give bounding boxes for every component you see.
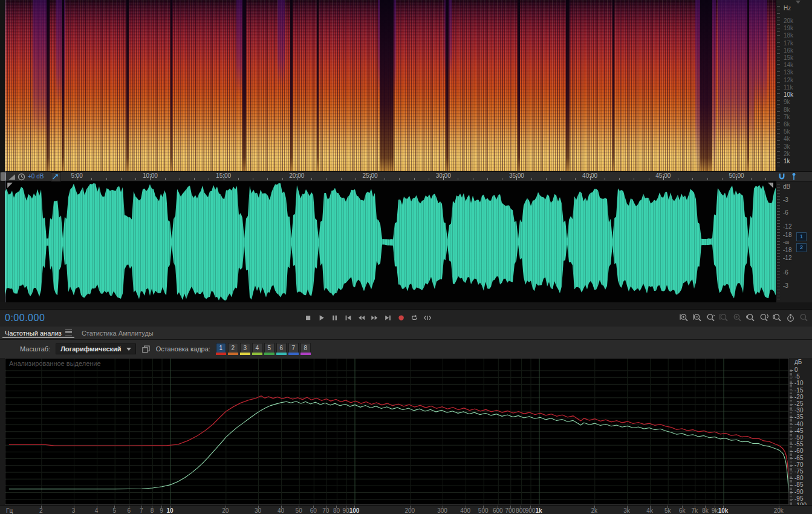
- channel-2-button[interactable]: 2: [796, 243, 807, 252]
- frequency-axis-label: 400: [460, 507, 470, 514]
- ruler-tick: [135, 178, 136, 180]
- ruler-tick: [194, 178, 195, 180]
- frequency-axis-label: 30: [255, 507, 261, 514]
- spectrogram-frequency-scale[interactable]: Hz 20k19k18k17k16k15k14k13k12k11k10k9k8k…: [776, 0, 812, 171]
- freeze-frame-button-7[interactable]: 7: [288, 343, 299, 355]
- spectrogram-silence-gap: [700, 0, 712, 171]
- freeze-button-color-bar: [240, 353, 250, 355]
- gain-readout[interactable]: +0 dB: [28, 173, 44, 180]
- time-display[interactable]: 0:00.000: [5, 313, 45, 324]
- db-axis: дБ 0-5-10-15-20-25-30-35-40-45-50-55-60-…: [790, 358, 812, 505]
- frequency-axis-label: 10k: [718, 507, 729, 514]
- spectrogram-silence-gap: [446, 0, 449, 171]
- ruler-time-label: 20:00: [289, 172, 304, 179]
- copy-graph-icon[interactable]: [141, 345, 151, 354]
- amplitude-scale-label: -3: [783, 283, 788, 289]
- frequency-analysis-plot[interactable]: Анализированное выделение: [5, 358, 789, 505]
- frequency-axis-label: 700: [505, 507, 515, 514]
- audition-editor-window: Hz 20k19k18k17k16k15k14k13k12k11k10k9k8k…: [0, 0, 812, 514]
- tab-frequency-analysis[interactable]: Частотный анализ: [0, 327, 77, 339]
- freeze-frame-button-1[interactable]: 1: [216, 343, 226, 355]
- db-axis-label: -25: [794, 401, 803, 407]
- loop-playback-button[interactable]: [409, 311, 420, 324]
- ruler-tick: [751, 178, 752, 180]
- marker-pin-icon[interactable]: [790, 172, 799, 181]
- ruler-tick: [165, 178, 166, 180]
- amplitude-scale-label: -3: [783, 197, 788, 203]
- skip-to-start-button[interactable]: [342, 311, 353, 324]
- red-curve: [9, 396, 789, 493]
- frequency-scale-label: 4k: [784, 135, 790, 142]
- scale-menu-arrow-icon[interactable]: [796, 1, 801, 4]
- ruler-tick: [678, 178, 678, 180]
- zoom-buttons: [678, 311, 809, 324]
- freeze-frame-button-3[interactable]: 3: [240, 343, 250, 355]
- channel-1-button[interactable]: 1: [796, 232, 807, 241]
- record-button[interactable]: [395, 311, 406, 324]
- db-axis-tick: [790, 472, 793, 472]
- skip-to-end-button[interactable]: [382, 311, 393, 324]
- waveform-amplitude-scale[interactable]: dB -3-6-12-18-∞-18-12-6-312: [776, 181, 812, 302]
- freeze-frame-button-8[interactable]: 8: [300, 343, 311, 355]
- selection-handle-right[interactable]: [768, 183, 773, 188]
- scale-dropdown[interactable]: Логарифмический: [56, 343, 136, 354]
- zoom-out-amplitude-button[interactable]: [692, 311, 703, 324]
- ruler-tick: [311, 178, 312, 180]
- ruler-time-label: 25:00: [362, 172, 377, 179]
- freeze-frame-button-6[interactable]: 6: [276, 343, 287, 355]
- db-axis-tick: [790, 425, 793, 425]
- panel-menu-icon[interactable]: [65, 330, 72, 336]
- stop-button[interactable]: [302, 311, 313, 324]
- db-axis-label: -85: [794, 482, 803, 488]
- spectrogram-silence-gap: [747, 0, 749, 171]
- zoom-out-full-button[interactable]: [705, 311, 716, 324]
- frequency-scale-label: 2k: [784, 151, 790, 157]
- horizontal-scroll-strip[interactable]: [0, 302, 812, 310]
- ruler-tick: [502, 178, 502, 180]
- frequency-axis-label: 6: [128, 507, 131, 514]
- db-axis-label: -80: [794, 475, 803, 481]
- frequency-scale-label: 5k: [784, 128, 790, 135]
- skip-selection-button[interactable]: [422, 311, 433, 324]
- waveform-display[interactable]: [5, 181, 776, 302]
- db-axis-tick: [790, 458, 793, 459]
- freeze-button-color-bar: [252, 353, 262, 355]
- ruler-tick: [429, 178, 429, 180]
- ruler-tick: [341, 178, 342, 180]
- selection-handle-left[interactable]: [7, 183, 13, 188]
- zoom-history-button[interactable]: [785, 311, 796, 324]
- zoom-to-selection-time-button[interactable]: [771, 311, 782, 324]
- frequency-axis-label: 2k: [591, 507, 598, 514]
- zoom-in-at-out-point-button[interactable]: [758, 311, 769, 324]
- pin-playhead-button[interactable]: [51, 172, 61, 182]
- clock-icon[interactable]: [18, 173, 25, 181]
- fast-forward-button[interactable]: [369, 311, 380, 324]
- frequency-axis-label: 9k: [712, 507, 718, 514]
- db-axis-tick: [790, 451, 793, 452]
- zoom-in-at-in-point-button[interactable]: [745, 311, 756, 324]
- playhead-line[interactable]: [5, 0, 5, 302]
- play-button[interactable]: [316, 311, 326, 324]
- tab-amplitude-statistics[interactable]: Статистика Амплитуды: [77, 327, 158, 339]
- freeze-frame-button-4[interactable]: 4: [252, 343, 262, 355]
- frequency-scale-label: 19k: [784, 25, 793, 31]
- frequency-axis-unit: Гц: [6, 507, 13, 514]
- rewind-button[interactable]: [356, 311, 366, 324]
- ruler-time-label: 35:00: [509, 172, 524, 179]
- freeze-frame-button-5[interactable]: 5: [264, 343, 274, 355]
- ruler-tick: [605, 178, 605, 180]
- frequency-scale-label: 12k: [784, 77, 793, 83]
- db-axis-tick: [790, 485, 793, 486]
- db-axis-label: -60: [794, 448, 803, 454]
- pause-button[interactable]: [329, 311, 340, 324]
- snap-magnet-icon[interactable]: [778, 172, 787, 181]
- volume-ramp-icon[interactable]: [8, 173, 16, 181]
- db-axis-label: -20: [794, 394, 803, 400]
- zoom-in-amplitude-button[interactable]: [678, 311, 689, 324]
- freeze-button-color-bar: [300, 353, 311, 355]
- timeline-ruler[interactable]: +0 dB 5:0010:0015:0020:0025:0030:0035:00…: [0, 171, 812, 181]
- freeze-frame-button-2[interactable]: 2: [228, 343, 238, 355]
- frequency-axis-label: 100: [349, 507, 360, 514]
- spectrogram-display[interactable]: [5, 0, 776, 171]
- db-axis-label: -50: [794, 435, 803, 441]
